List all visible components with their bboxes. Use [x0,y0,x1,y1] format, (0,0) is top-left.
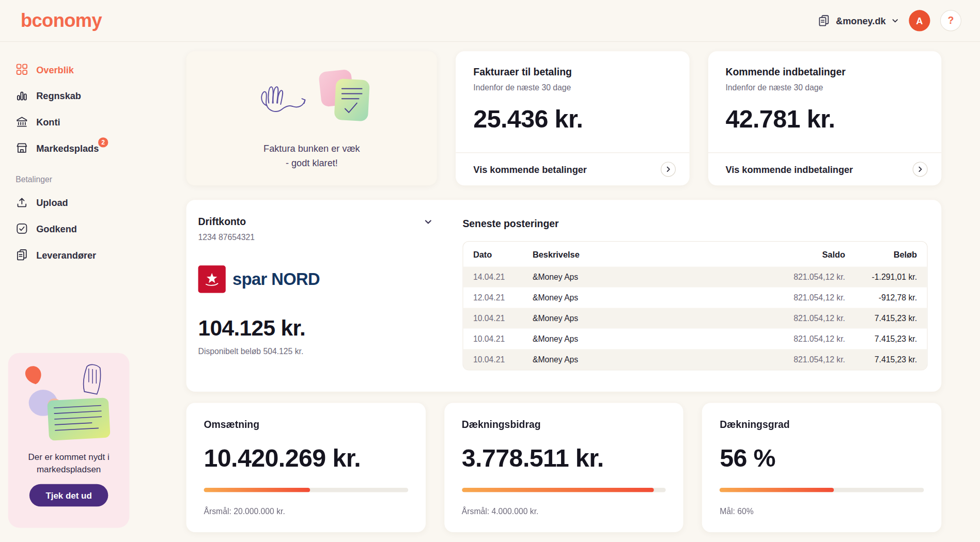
promo-text: Der er kommet nydt i markedspladsen [28,450,109,475]
view-upcoming-payments-link[interactable]: Vis kommende betalinger [473,164,587,175]
bank-icon [15,116,28,128]
progress-bar-fill [204,488,310,492]
table-row: 10.04.21 &Money Aps 821.054,12 kr. 7.415… [463,349,927,370]
progress-bar [462,488,666,492]
column-header-belob: Beløb [845,249,917,259]
kpi-value: 56 % [720,444,924,472]
upload-icon [15,196,28,209]
column-header-dato: Dato [473,249,533,259]
sidebar-item-label: Upload [36,197,68,208]
sidebar-item-label: Regnskab [36,90,81,101]
progress-bar-fill [462,488,654,492]
help-button[interactable]: ? [940,10,961,31]
main-content: Faktura bunken er væk - godt klaret! Fak… [166,42,980,542]
column-header-beskrivelse: Beskrivelse [533,249,739,259]
sidebar-section-betalinger: Betalinger [0,161,166,189]
kpi-title: Dækningsgrad [720,419,924,431]
documents-icon [15,249,28,261]
receivables-subtitle: Indenfor de næste 30 dage [725,83,924,92]
sidebar: Overblik Regnskab Kont [0,42,166,542]
column-header-saldo: Saldo [739,249,845,259]
contribution-ratio-kpi-card: Dækningsgrad 56 % Mål: 60% [702,403,941,532]
notification-badge: 2 [98,137,108,147]
revenue-kpi-card: Omsætning 10.420.269 kr. Årsmål: 20.000.… [186,403,426,532]
account-title: Driftkonto [198,216,246,228]
sidebar-item-label: Markedsplads 2 [36,142,99,153]
account-selector[interactable]: Driftkonto [198,216,433,228]
check-it-out-button[interactable]: Tjek det ud [29,484,108,506]
payables-subtitle: Indenfor de næste 30 dage [473,83,672,92]
bank-name: spar NORD [232,269,320,289]
available-amount: Disponibelt beløb 504.125 kr. [198,347,433,356]
sidebar-item-regnskab[interactable]: Regnskab [0,83,166,109]
contribution-margin-kpi-card: Dækningsbidrag 3.778.511 kr. Årsmål: 4.0… [444,403,683,532]
summary-row: Faktura bunken er væk - godt klaret! Fak… [186,51,942,185]
invoice-done-illustration [246,67,377,137]
sidebar-item-label: Leverandører [36,249,96,260]
top-header: bconomy &money.dk A ? [0,0,980,42]
sidebar-item-markedsplads[interactable]: Markedsplads 2 [0,135,166,161]
chevron-down-icon [891,17,899,25]
table-row: 10.04.21 &Money Aps 821.054,12 kr. 7.415… [463,308,927,329]
sidebar-item-konti[interactable]: Konti [0,109,166,135]
transactions-table: Dato Beskrivelse Saldo Beløb 14.04.21 &M… [462,241,927,370]
sidebar-item-leverandorer[interactable]: Leverandører [0,242,166,268]
chevron-right-button[interactable] [913,162,928,177]
view-upcoming-deposits-link[interactable]: Vis kommende indbetalinger [725,164,853,175]
table-row: 10.04.21 &Money Aps 821.054,12 kr. 7.415… [463,328,927,349]
kpi-goal: Mål: 60% [720,506,924,516]
invoice-done-card: Faktura bunken er væk - godt klaret! [186,51,438,185]
progress-bar [720,488,924,492]
store-icon [15,142,28,154]
marketplace-promo-illustration [17,362,121,448]
receivables-title: Kommende indbetalinger [725,67,924,78]
sidebar-item-label: Godkend [36,224,77,234]
app-root: bconomy &money.dk A ? [0,0,980,542]
kpi-row: Omsætning 10.420.269 kr. Årsmål: 20.000.… [186,403,942,532]
payables-card: Fakturaer til betaling Indenfor de næste… [456,51,689,185]
sidebar-item-label: Konti [36,117,60,127]
account-details: Driftkonto 1234 87654321 [198,216,463,377]
chevron-down-icon [424,217,432,226]
table-row: 14.04.21 &Money Aps 821.054,12 kr. -1.29… [463,267,927,288]
sidebar-item-godkend[interactable]: Godkend [0,215,166,242]
kpi-goal: Årsmål: 4.000.000 kr. [462,506,666,516]
kpi-title: Omsætning [204,419,408,431]
logo[interactable]: bconomy [21,10,102,31]
chevron-right-button[interactable] [661,162,676,177]
receivables-amount: 42.781 kr. [725,105,924,133]
receivables-card: Kommende indbetalinger Indenfor de næste… [708,51,942,185]
kpi-value: 3.778.511 kr. [462,444,666,472]
account-card: Driftkonto 1234 87654321 [186,200,942,391]
sidebar-item-upload[interactable]: Upload [0,189,166,216]
progress-bar-fill [720,488,834,492]
check-square-icon [15,222,28,235]
avatar[interactable]: A [909,10,930,31]
kpi-goal: Årsmål: 20.000.000 kr. [204,506,408,516]
sidebar-item-overblik[interactable]: Overblik [0,56,166,83]
header-actions: &money.dk A ? [818,10,961,31]
kpi-title: Dækningsbidrag [462,419,666,431]
org-name: &money.dk [836,15,885,26]
grid-icon [15,63,28,75]
transactions-table-header: Dato Beskrivelse Saldo Beløb [463,242,927,266]
bank-logo: spar NORD [198,265,433,293]
transactions-panel: Seneste posteringer Dato Beskrivelse Sal… [462,216,927,377]
payables-title: Fakturaer til betaling [473,67,672,78]
bar-chart-icon [15,89,28,102]
marketplace-promo-card: Der er kommet nydt i markedspladsen Tjek… [8,353,130,528]
account-number: 1234 87654321 [198,232,433,242]
kpi-value: 10.420.269 kr. [204,444,408,472]
sidebar-item-label: Overblik [36,64,74,75]
transactions-table-body: 14.04.21 &Money Aps 821.054,12 kr. -1.29… [463,267,927,370]
payables-amount: 25.436 kr. [473,105,672,133]
spar-nord-logo-icon [198,265,226,293]
company-documents-icon [818,14,830,27]
transactions-title: Seneste posteringer [462,219,927,230]
progress-bar [204,488,408,492]
invoice-done-text: Faktura bunken er væk - godt klaret! [263,142,360,170]
org-switcher[interactable]: &money.dk [818,14,899,27]
table-row: 12.04.21 &Money Aps 821.054,12 kr. -912,… [463,288,927,308]
account-balance: 104.125 kr. [198,315,433,340]
